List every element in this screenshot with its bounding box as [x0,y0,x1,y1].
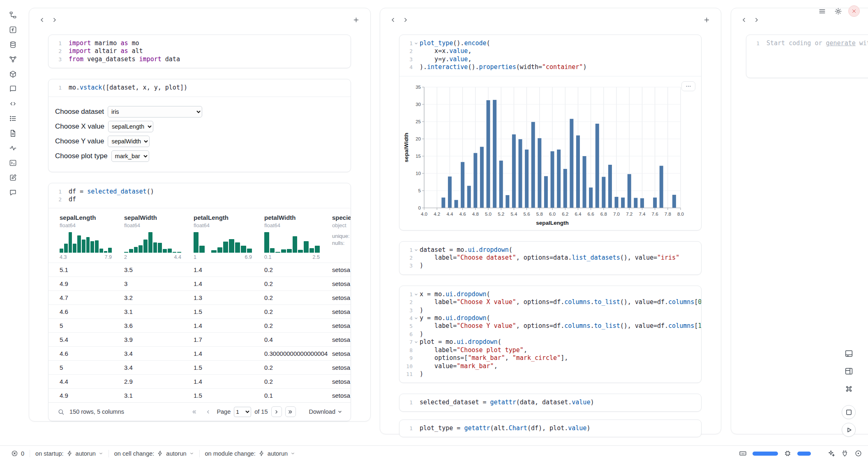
outline-icon[interactable] [7,113,18,124]
table-row[interactable]: 4.73.21.30.2setosa [48,290,351,304]
snippets-icon[interactable] [7,98,18,109]
code-line[interactable]: 2 x=x.value, [399,47,701,55]
code-cell-xy-plot-dropdowns[interactable]: 1x = mo.ui.dropdown(2 label="Choose X va… [399,286,702,383]
code-line[interactable]: 7plot = mo.ui.dropdown( [399,338,701,346]
code-line[interactable]: 1plot_type = getattr(alt.Chart(df), plot… [399,424,701,432]
empty-code-cell[interactable]: 1 Start coding or generate with AI. [746,35,868,78]
table-row[interactable]: 53.41.50.2setosa [48,360,351,374]
add-cell-button[interactable] [350,14,362,26]
plot-type-select[interactable]: mark_bar [111,150,149,162]
errors-indicator[interactable]: 0 [6,446,30,461]
table-row[interactable]: 53.61.40.2setosa [48,318,351,332]
database-icon[interactable] [7,39,18,50]
column-header-sepalWidth[interactable]: sepalWidthfloat6424.4 [124,214,194,260]
page-select[interactable]: 1 [234,407,251,417]
column-forward-button[interactable] [48,14,60,26]
code-line[interactable]: 1plot_type().encode( [399,39,701,47]
fold-marker[interactable] [413,246,420,254]
code-line[interactable]: 6) [399,330,701,338]
code-line[interactable]: 1dataset = mo.ui.dropdown( [399,246,701,254]
shutdown-close-icon[interactable] [848,5,860,17]
column-header-sepalLength[interactable]: sepalLengthfloat644.37.9 [60,214,124,260]
code-line[interactable]: 3from vega_datasets import data [48,55,351,63]
code-line[interactable]: 11) [399,370,701,378]
code-line[interactable]: 1df = selected_dataset() [48,188,351,196]
scratchpad-icon[interactable] [7,172,18,183]
column-back-button[interactable] [738,14,750,26]
code-line[interactable]: 1selected_dataset = getattr(data, datase… [399,399,701,406]
table-row[interactable]: 4.63.41.40.30000000000000004setosa [48,346,351,360]
chart-actions-button[interactable] [681,81,695,91]
package-icon[interactable] [7,69,18,79]
column-header-species[interactable]: speciesobjectunique:nulls: [332,214,351,260]
fold-marker[interactable] [413,338,420,346]
code-line[interactable]: 8 label="Choose plot type", [399,346,701,354]
first-page-button[interactable] [189,406,199,417]
code-cell-imports[interactable]: 1import marimo as mo2import altair as al… [48,35,351,68]
documentation-icon[interactable] [7,83,18,94]
code-line[interactable]: 3 y=y.value, [399,55,701,63]
code-line[interactable]: 4).interactive().properties(width="conta… [399,63,701,71]
y-value-select[interactable]: sepalWidth [108,136,150,147]
on-module-change-setting[interactable]: on module change: autorun [200,446,301,461]
file-text-icon[interactable] [7,128,18,138]
table-row[interactable]: 4.93.11.50.1setosa [48,388,351,402]
table-row[interactable]: 4.63.11.50.2setosa [48,304,351,318]
menu-icon[interactable] [816,5,828,17]
code-line[interactable]: 1mo.vstack([dataset, x, y, plot]) [48,84,351,92]
altair-bar-chart[interactable]: 4.04.24.44.64.85.05.25.45.65.86.06.26.46… [403,82,697,227]
code-cell-dataframe[interactable]: 1df = selected_dataset()2df sepalLengthf… [48,183,351,422]
fold-marker[interactable] [413,290,420,298]
dataset-select[interactable]: iris [108,106,202,118]
column-forward-button[interactable] [750,14,762,26]
table-row[interactable]: 5.13.51.40.2setosa [48,263,351,277]
function-square-icon[interactable] [7,24,18,35]
column-back-button[interactable] [387,14,399,26]
dependency-graph-icon[interactable] [7,54,18,65]
code-line[interactable]: 10 value="mark_bar", [399,362,701,370]
code-line[interactable]: 2 label="Choose dataset", options=data.l… [399,254,701,262]
layout-grid-icon[interactable] [842,364,856,378]
keyboard-icon[interactable] [739,449,747,457]
power-plug-icon[interactable] [841,449,849,457]
memory-chip-icon[interactable] [784,449,792,457]
console-panel-icon[interactable] [842,346,856,360]
column-header-petalLength[interactable]: petalLengthfloat6416.9 [194,214,264,260]
table-row[interactable]: 4.931.40.2setosa [48,277,351,290]
code-line[interactable]: 1x = mo.ui.dropdown( [399,290,701,298]
code-cell-vstack[interactable]: 1mo.vstack([dataset, x, y, plot]) Choose… [48,79,351,172]
ai-sparkle-icon[interactable] [827,449,835,457]
app-preview-icon[interactable] [842,405,856,419]
code-line[interactable]: 2df [48,196,351,203]
last-page-button[interactable] [285,406,296,417]
prev-page-button[interactable] [203,406,213,417]
code-cell-selected-dataset[interactable]: 1selected_dataset = getattr(data, datase… [399,394,702,411]
flow-icon[interactable] [7,9,18,20]
table-row[interactable]: 4.42.91.40.2setosa [48,374,351,388]
fold-marker[interactable] [413,39,420,47]
next-page-button[interactable] [271,406,282,417]
settings-gear-icon[interactable] [832,5,844,17]
chat-help-icon[interactable] [7,187,18,198]
code-line[interactable]: 3) [399,262,701,270]
column-back-button[interactable] [36,14,48,26]
editor-placeholder[interactable]: Start coding or generate with AI. [766,39,868,47]
column-forward-button[interactable] [399,14,411,26]
code-line[interactable]: 2import altair as alt [48,47,351,55]
code-cell-chart[interactable]: 1plot_type().encode(2 x=x.value,3 y=y.va… [399,35,702,230]
on-startup-setting[interactable]: on startup: autorun [30,446,108,461]
x-value-select[interactable]: sepalLength [108,121,153,132]
table-row[interactable]: 5.43.91.70.4setosa [48,332,351,346]
code-line[interactable]: 9 options=["mark_bar", "mark_circle"], [399,354,701,362]
terminal-icon[interactable] [7,157,18,168]
code-line[interactable]: 1import marimo as mo [48,39,351,47]
column-header-petalWidth[interactable]: petalWidthfloat640.12.5 [264,214,332,260]
run-all-icon[interactable] [842,423,856,437]
code-line[interactable]: 4y = mo.ui.dropdown( [399,314,701,322]
code-line[interactable]: 2 label="Choose X value", options=df.col… [399,298,701,306]
code-line[interactable]: 3) [399,307,701,314]
code-cell-plot-type[interactable]: 1plot_type = getattr(alt.Chart(df), plot… [399,420,702,437]
code-cell-dataset-dropdown[interactable]: 1dataset = mo.ui.dropdown(2 label="Choos… [399,241,702,275]
connection-status-icon[interactable] [854,449,862,457]
on-cell-change-setting[interactable]: on cell change: autorun [109,446,199,461]
